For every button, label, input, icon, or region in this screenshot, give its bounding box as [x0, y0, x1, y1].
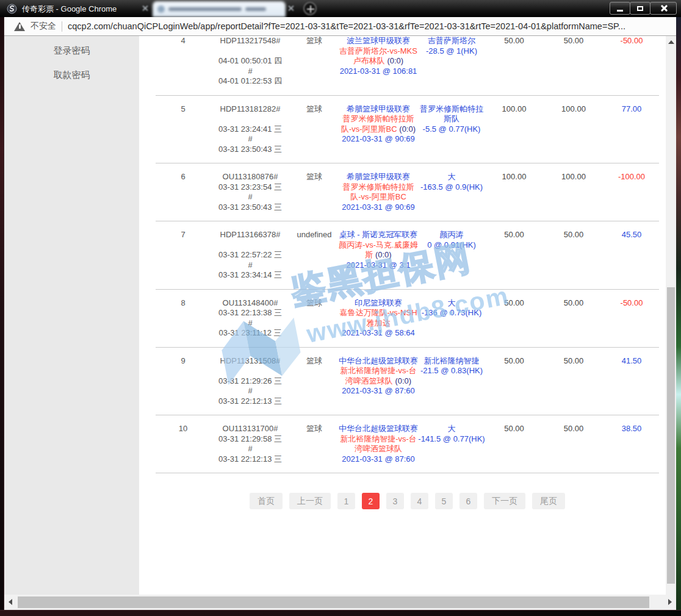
last-page-button[interactable]: 尾页	[532, 493, 565, 509]
row-number: 7	[156, 230, 211, 240]
match-cell: 桌球 - 斯诺克冠军联赛 颜丙涛-vs-马克.威廉姆斯 (0:0) 2021-0…	[339, 230, 418, 270]
result-amount: -50.00	[604, 36, 659, 46]
result-amount: -100.00	[604, 172, 659, 182]
row-number: 10	[156, 424, 211, 434]
not-secure-label[interactable]: 不安全	[31, 21, 56, 32]
result-amount: 45.50	[604, 230, 659, 240]
horizontal-scrollbar-thumb[interactable]	[18, 596, 649, 608]
horizontal-scrollbar[interactable]	[4, 595, 676, 610]
bet-time: 03-31 21:29:58 三	[211, 434, 290, 445]
blurred-new-tab-icon[interactable]	[303, 2, 317, 15]
bet-pick: 普罗米修斯帕特拉斯队	[418, 104, 485, 124]
sidebar-item-login-password[interactable]: 登录密码	[4, 38, 139, 63]
final-score-date: 2021-03-31 @ 87:60	[339, 454, 418, 465]
bet-time: 03-31 22:57:22 三	[211, 250, 290, 260]
order-cell: HDP113181282# 03-31 23:24:41 三 # 03-31 2…	[211, 104, 290, 155]
bet-odds: -21.5 @ 0.83(HK)	[418, 366, 485, 376]
blurred-tab-close-icon[interactable]	[288, 5, 294, 11]
page-6-button[interactable]: 6	[459, 493, 477, 509]
sidebar: 登录密码 取款密码	[4, 36, 139, 595]
bet-report-table: 4 HDP113217548# 04-01 00:50:01 四 # 04-01…	[156, 36, 659, 473]
bet-cell: 大 -136 @ 0.73(HK)	[418, 298, 485, 318]
bet-time: 03-31 23:24:41 三	[211, 124, 290, 135]
match-teams: 新北裕隆纳智捷-vs-台湾啤酒篮球队 (0:0)	[339, 366, 418, 386]
settle-time: 03-31 23:11:12 三	[211, 328, 290, 338]
first-page-button[interactable]: 首页	[250, 493, 283, 509]
match-teams: 吉普萨斯塔尔-vs-MKS卢布林队 (0:0)	[339, 46, 418, 66]
bet-amount: 50.00	[485, 298, 543, 309]
bet-cell: 吉普萨斯塔尔 -28.5 @ 1(HK)	[418, 36, 485, 56]
table-row: 4 HDP113217548# 04-01 00:50:01 四 # 04-01…	[156, 36, 659, 96]
bet-pick: 大	[418, 424, 485, 434]
bet-pick: 颜丙涛	[418, 230, 485, 240]
settle-time: 03-31 23:50:43 三	[211, 145, 290, 155]
close-button[interactable]	[650, 2, 677, 15]
url-text[interactable]: cqcp2.com/chuanQiCPLoginWeb/app/reportDe…	[68, 21, 625, 31]
league-name: 桌球 - 斯诺克冠军联赛	[339, 230, 418, 240]
final-score-date: 2021-03-31 @ 58:64	[339, 328, 418, 338]
match-teams: 嘉鲁达万隆队-vs-NSH 雅加达	[339, 308, 418, 328]
order-cell: HDP113166378# 03-31 22:57:22 三 # 03-31 2…	[211, 230, 290, 281]
valid-amount: 100.00	[543, 104, 604, 115]
match-score: (0:0)	[395, 376, 411, 385]
page-3-button[interactable]: 3	[386, 493, 404, 509]
bet-amount: 50.00	[485, 356, 543, 367]
time-gap	[211, 114, 290, 124]
bet-amount: 50.00	[485, 424, 543, 434]
scroll-up-arrow-icon[interactable]	[668, 40, 674, 44]
valid-amount: 100.00	[543, 172, 604, 182]
scroll-left-arrow-icon[interactable]	[9, 599, 12, 605]
maximize-button[interactable]	[630, 2, 650, 15]
time-gap	[211, 240, 290, 251]
result-amount: 41.50	[604, 356, 659, 367]
league-name: 中华台北超级篮球联赛	[339, 356, 418, 367]
time-gap	[211, 366, 290, 376]
match-score: (0:0)	[387, 56, 403, 65]
scroll-right-arrow-icon[interactable]	[668, 599, 672, 605]
not-secure-warning-icon[interactable]	[14, 22, 25, 31]
bet-odds: -163.5 @ 0.9(HK)	[418, 182, 485, 193]
settle-time: 03-31 22:12:13 三	[211, 454, 290, 465]
table-row: 6 OU113180876# 03-31 23:23:54 三 # 03-31 …	[156, 163, 659, 221]
sidebar-item-withdraw-password[interactable]: 取款密码	[4, 63, 139, 87]
final-score-date: 2021-03-31 @ 106:81	[339, 66, 418, 77]
time-separator: #	[211, 444, 290, 454]
match-teams: 普罗米修斯帕特拉斯队-vs-阿里斯BC	[339, 182, 418, 202]
window-titlebar: 传奇彩票 - Google Chrome	[0, 0, 681, 17]
league-name: 波兰篮球甲级联赛	[339, 36, 418, 46]
league-name: 印尼篮球联赛	[339, 298, 418, 309]
sport-type: 篮球	[290, 424, 339, 434]
bet-time: 03-31 21:29:26 三	[211, 376, 290, 387]
row-number: 5	[156, 104, 211, 115]
vertical-scrollbar[interactable]	[666, 36, 676, 595]
valid-amount: 50.00	[543, 424, 604, 434]
final-score-date: 2021-03-31 @ 3:1	[339, 260, 418, 271]
bet-cell: 大 -163.5 @ 0.9(HK)	[418, 172, 485, 192]
order-cell: OU113180876# 03-31 23:23:54 三 # 03-31 23…	[211, 172, 290, 212]
bet-amount: 50.00	[485, 36, 543, 46]
order-id: HDP113166378#	[211, 230, 290, 240]
league-name: 希腊篮球甲级联赛	[339, 172, 418, 182]
vertical-scrollbar-thumb[interactable]	[667, 287, 675, 583]
bet-time: 04-01 00:50:01 四	[211, 56, 290, 66]
site-favicon-icon	[7, 4, 17, 14]
sport-type: 篮球	[290, 356, 339, 367]
page-5-button[interactable]: 5	[435, 493, 453, 509]
window-frame-right	[676, 17, 681, 616]
settle-time: 03-31 23:34:14 三	[211, 270, 290, 281]
page-1-button[interactable]: 1	[337, 493, 355, 509]
blurred-browser-tab[interactable]	[153, 1, 286, 17]
page-4-button[interactable]: 4	[411, 493, 428, 509]
valid-amount: 50.00	[543, 230, 604, 240]
bet-cell: 大 -141.5 @ 0.77(HK)	[418, 424, 485, 444]
blurred-tab-favicon	[157, 5, 165, 13]
bet-pick: 吉普萨斯塔尔	[418, 36, 485, 46]
next-page-button[interactable]: 下一页	[484, 493, 525, 509]
match-cell: 希腊篮球甲级联赛 普罗米修斯帕特拉斯队-vs-阿里斯BC (0:0) 2021-…	[339, 104, 418, 145]
sport-type: 篮球	[290, 298, 339, 309]
prev-page-button[interactable]: 上一页	[289, 493, 331, 509]
bet-cell: 颜丙涛 0 @ 0.91(HK)	[418, 230, 485, 250]
minimize-button[interactable]	[610, 2, 630, 15]
page-2-button[interactable]: 2	[362, 493, 380, 509]
minimize-icon	[617, 10, 623, 12]
